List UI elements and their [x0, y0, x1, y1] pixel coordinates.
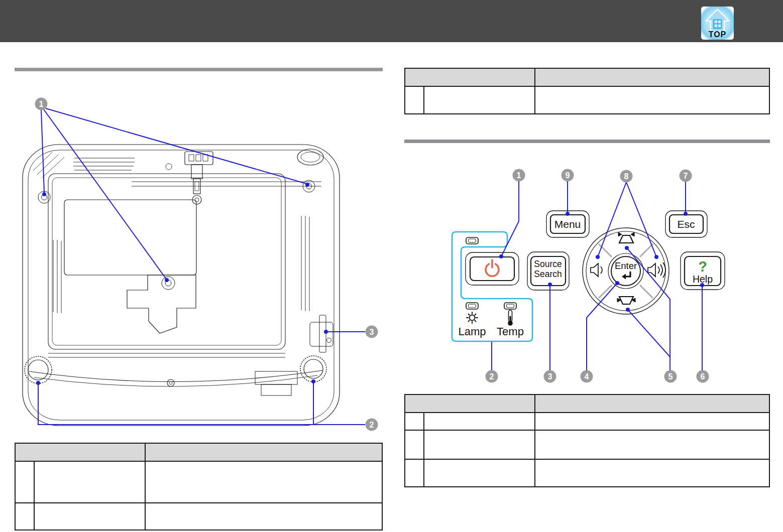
panel-callout-5: 5 — [664, 370, 677, 383]
top-link[interactable]: TOP — [701, 7, 734, 40]
table-cell — [35, 503, 146, 529]
projector-bottom-diagram: 1 2 3 — [10, 95, 384, 432]
svg-text:2: 2 — [370, 421, 374, 429]
security-slot — [310, 315, 333, 352]
suspension-bracket-fixing-points — [38, 180, 315, 290]
section-rule-left — [15, 68, 383, 71]
svg-text:6: 6 — [701, 372, 705, 381]
esc-button-label: Esc — [677, 218, 695, 230]
manual-page: TOP — [0, 0, 783, 532]
temp-indicator-label: Temp — [497, 325, 524, 338]
svg-text:9: 9 — [566, 171, 570, 180]
panel-callout-8: 8 — [620, 170, 633, 183]
svg-text:4: 4 — [585, 372, 589, 381]
top-link-label: TOP — [701, 30, 734, 39]
table-cell — [405, 431, 424, 460]
parts-table-top-right — [404, 68, 770, 114]
svg-text:3: 3 — [370, 328, 374, 336]
table-cell — [535, 460, 769, 486]
svg-text:5: 5 — [668, 372, 673, 381]
projector-body-drawing — [23, 145, 340, 426]
diagram-callout-lines — [38, 108, 365, 425]
table-cell — [424, 413, 535, 431]
diagram-callout-3: 3 — [366, 326, 378, 338]
table-cell — [16, 503, 35, 529]
table-header-cell — [405, 395, 535, 413]
lamp-icon — [467, 312, 478, 323]
table-cell — [405, 460, 424, 486]
table-header-cell — [405, 69, 535, 87]
enter-button-label: Enter — [615, 260, 637, 271]
table-header-cell — [146, 444, 382, 462]
panel-callout-6: 6 — [697, 370, 709, 383]
diagram-callout-1: 1 — [35, 98, 48, 110]
panel-callout-7: 7 — [680, 170, 692, 182]
power-button[interactable] — [466, 252, 519, 285]
enter-button[interactable]: Enter — [608, 253, 643, 289]
table-cell — [535, 413, 769, 431]
diagram-callout-2: 2 — [366, 419, 378, 431]
menu-button-label: Menu — [554, 218, 581, 230]
svg-text:7: 7 — [684, 172, 688, 180]
table-header-cell — [535, 69, 769, 87]
panel-callout-4: 4 — [581, 370, 593, 383]
temp-led — [504, 303, 516, 309]
diagram-callout-dots — [36, 183, 328, 385]
table-cell — [405, 87, 424, 113]
page-header-bar: TOP — [0, 0, 783, 42]
parts-table-bottom-right — [404, 394, 770, 487]
table-cell — [424, 460, 535, 486]
table-cell — [535, 431, 769, 460]
front-adjustable-feet[interactable] — [25, 356, 326, 383]
directional-pad[interactable]: Enter — [583, 228, 669, 314]
thermometer-icon — [508, 310, 513, 326]
svg-text:3: 3 — [548, 372, 552, 381]
power-led — [466, 237, 478, 244]
table-header-cell — [535, 395, 769, 413]
source-search-label-line2: Search — [534, 269, 562, 279]
panel-callout-1: 1 — [513, 169, 525, 182]
table-cell — [146, 503, 382, 529]
table-cell — [424, 87, 535, 113]
table-cell — [35, 462, 146, 503]
svg-text:1: 1 — [39, 100, 44, 108]
table-cell — [16, 462, 35, 503]
svg-text:2: 2 — [490, 372, 494, 381]
parts-table-left — [15, 443, 383, 530]
section-rule-right — [404, 140, 770, 143]
svg-text:8: 8 — [624, 172, 629, 181]
source-search-label-line1: Source — [534, 259, 562, 269]
table-cell — [535, 87, 769, 113]
panel-callout-9: 9 — [562, 169, 574, 182]
table-header-cell — [16, 444, 146, 462]
panel-callout-2: 2 — [486, 370, 498, 383]
help-button-label: Help — [693, 274, 713, 285]
svg-text:1: 1 — [517, 171, 521, 180]
lamp-led — [466, 303, 478, 309]
control-panel-diagram: Enter Source Search — [432, 168, 733, 389]
table-cell — [405, 413, 424, 431]
panel-callout-3: 3 — [544, 370, 556, 383]
lamp-indicator-label: Lamp — [458, 325, 486, 338]
table-cell — [424, 431, 535, 460]
help-question-mark: ? — [698, 258, 707, 275]
table-cell — [146, 462, 382, 503]
